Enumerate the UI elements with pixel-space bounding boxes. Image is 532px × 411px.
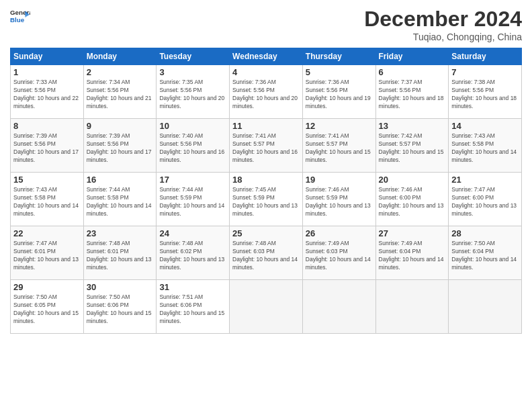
calendar-cell: 18Sunrise: 7:45 AMSunset: 5:59 PMDayligh… (230, 173, 303, 226)
calendar-cell: 7Sunrise: 7:38 AMSunset: 5:56 PMDaylight… (449, 65, 522, 119)
calendar-cell: 13Sunrise: 7:42 AMSunset: 5:57 PMDayligh… (375, 119, 449, 173)
calendar-cell: 15Sunrise: 7:43 AMSunset: 5:58 PMDayligh… (11, 173, 84, 226)
page-container: General Blue December 2024 Tuqiao, Chong… (0, 0, 532, 340)
weekday-header-wednesday: Wednesday (230, 48, 303, 65)
calendar-cell: 14Sunrise: 7:43 AMSunset: 5:58 PMDayligh… (449, 119, 522, 173)
calendar-cell: 31Sunrise: 7:51 AMSunset: 6:06 PMDayligh… (157, 280, 230, 334)
weekday-header-thursday: Thursday (302, 48, 375, 65)
calendar-cell (449, 280, 522, 334)
title-area: December 2024 Tuqiao, Chongqing, China (364, 7, 522, 42)
calendar-cell: 16Sunrise: 7:44 AMSunset: 5:58 PMDayligh… (83, 173, 157, 226)
logo: General Blue (10, 7, 30, 27)
calendar-week-row-1: 8Sunrise: 7:39 AMSunset: 5:56 PMDaylight… (11, 119, 522, 173)
calendar-week-row-4: 29Sunrise: 7:50 AMSunset: 6:05 PMDayligh… (11, 280, 522, 334)
weekday-header-monday: Monday (83, 48, 157, 65)
calendar-cell: 21Sunrise: 7:47 AMSunset: 6:00 PMDayligh… (449, 173, 522, 226)
calendar-cell: 3Sunrise: 7:35 AMSunset: 5:56 PMDaylight… (157, 65, 230, 119)
calendar-cell: 23Sunrise: 7:48 AMSunset: 6:01 PMDayligh… (83, 226, 157, 280)
calendar-cell: 27Sunrise: 7:49 AMSunset: 6:04 PMDayligh… (375, 226, 449, 280)
calendar-cell (302, 280, 375, 334)
weekday-header-sunday: Sunday (11, 48, 84, 65)
calendar-week-row-2: 15Sunrise: 7:43 AMSunset: 5:58 PMDayligh… (11, 173, 522, 226)
calendar-cell: 4Sunrise: 7:36 AMSunset: 5:56 PMDaylight… (230, 65, 303, 119)
calendar-table: SundayMondayTuesdayWednesdayThursdayFrid… (10, 48, 522, 334)
calendar-cell: 30Sunrise: 7:50 AMSunset: 6:06 PMDayligh… (83, 280, 157, 334)
calendar-cell (375, 280, 449, 334)
calendar-cell: 11Sunrise: 7:41 AMSunset: 5:57 PMDayligh… (230, 119, 303, 173)
calendar-cell: 26Sunrise: 7:49 AMSunset: 6:03 PMDayligh… (302, 226, 375, 280)
weekday-header-friday: Friday (375, 48, 449, 65)
calendar-cell: 5Sunrise: 7:36 AMSunset: 5:56 PMDaylight… (302, 65, 375, 119)
calendar-cell: 10Sunrise: 7:40 AMSunset: 5:56 PMDayligh… (157, 119, 230, 173)
calendar-week-row-3: 22Sunrise: 7:47 AMSunset: 6:01 PMDayligh… (11, 226, 522, 280)
calendar-cell: 28Sunrise: 7:50 AMSunset: 6:04 PMDayligh… (449, 226, 522, 280)
calendar-cell: 8Sunrise: 7:39 AMSunset: 5:56 PMDaylight… (11, 119, 84, 173)
calendar-cell: 20Sunrise: 7:46 AMSunset: 6:00 PMDayligh… (375, 173, 449, 226)
calendar-cell (230, 280, 303, 334)
calendar-cell: 17Sunrise: 7:44 AMSunset: 5:59 PMDayligh… (157, 173, 230, 226)
calendar-cell: 2Sunrise: 7:34 AMSunset: 5:56 PMDaylight… (83, 65, 157, 119)
location: Tuqiao, Chongqing, China (364, 32, 522, 42)
calendar-cell: 25Sunrise: 7:48 AMSunset: 6:03 PMDayligh… (230, 226, 303, 280)
calendar-cell: 29Sunrise: 7:50 AMSunset: 6:05 PMDayligh… (11, 280, 84, 334)
calendar-cell: 6Sunrise: 7:37 AMSunset: 5:56 PMDaylight… (375, 65, 449, 119)
calendar-cell: 12Sunrise: 7:41 AMSunset: 5:57 PMDayligh… (302, 119, 375, 173)
calendar-cell: 1Sunrise: 7:33 AMSunset: 5:56 PMDaylight… (11, 65, 84, 119)
logo-icon: General Blue (10, 7, 30, 27)
month-title: December 2024 (364, 7, 522, 32)
calendar-cell: 19Sunrise: 7:46 AMSunset: 5:59 PMDayligh… (302, 173, 375, 226)
calendar-cell: 9Sunrise: 7:39 AMSunset: 5:56 PMDaylight… (83, 119, 157, 173)
svg-text:Blue: Blue (10, 16, 25, 24)
calendar-cell: 22Sunrise: 7:47 AMSunset: 6:01 PMDayligh… (11, 226, 84, 280)
weekday-header-tuesday: Tuesday (157, 48, 230, 65)
weekday-header-row: SundayMondayTuesdayWednesdayThursdayFrid… (11, 48, 522, 65)
calendar-cell: 24Sunrise: 7:48 AMSunset: 6:02 PMDayligh… (157, 226, 230, 280)
header: General Blue December 2024 Tuqiao, Chong… (10, 7, 522, 42)
calendar-week-row-0: 1Sunrise: 7:33 AMSunset: 5:56 PMDaylight… (11, 65, 522, 119)
weekday-header-saturday: Saturday (449, 48, 522, 65)
